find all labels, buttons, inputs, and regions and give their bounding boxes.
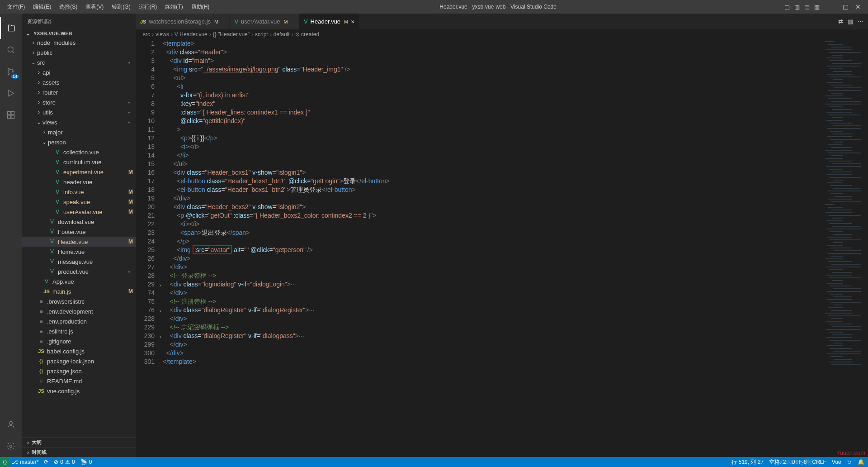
folder-item[interactable]: ›utils●	[22, 107, 136, 117]
file-item[interactable]: Vheader.vue	[22, 177, 136, 187]
folder-item[interactable]: ⌄views●	[22, 117, 136, 127]
port-forward[interactable]: 📡 0	[80, 459, 92, 465]
title-bar: 文件(F) 编辑(E) 选择(S) 查看(V) 转到(G) 运行(R) 终端(T…	[0, 0, 868, 14]
indentation[interactable]: 空格: 2	[769, 458, 786, 466]
settings-icon[interactable]	[0, 435, 22, 457]
notifications-icon[interactable]: 🔔	[858, 459, 864, 465]
breadcrumbs[interactable]: src›views›V Header.vue›{} "Header.vue"› …	[136, 29, 868, 39]
breadcrumb-item[interactable]: {} "Header.vue"	[213, 31, 250, 38]
tree-label: babel.config.js	[47, 348, 132, 355]
file-item[interactable]: Vproduct.vue●	[22, 267, 136, 276]
split-editor-icon[interactable]: ▥	[848, 18, 853, 25]
close-icon[interactable]: ×	[351, 18, 354, 25]
sync-icon[interactable]: ⟳	[44, 459, 48, 465]
minimap[interactable]	[823, 39, 868, 457]
menu-select[interactable]: 选择(S)	[56, 1, 81, 13]
file-item[interactable]: Vinfo.vueM	[22, 187, 136, 197]
file-item[interactable]: ≡.env.production	[22, 316, 136, 326]
file-item[interactable]: VHeader.vueM	[22, 237, 136, 247]
file-item[interactable]: JSbabel.config.js	[22, 346, 136, 356]
remote-indicator[interactable]: ⟨⟩	[0, 457, 10, 467]
editor-tab[interactable]: VHeader.vueM×	[299, 14, 360, 29]
file-item[interactable]: Vcurriculum.vue	[22, 157, 136, 167]
menu-help[interactable]: 帮助(H)	[188, 1, 213, 13]
file-item[interactable]: {}package-lock.json	[22, 356, 136, 366]
menu-edit[interactable]: 编辑(E)	[29, 1, 55, 13]
eol[interactable]: CRLF	[812, 459, 826, 465]
fold-icon[interactable]: ›	[160, 333, 161, 341]
outline-panel[interactable]: › 大纲	[22, 437, 136, 447]
file-item[interactable]: VApp.vue	[22, 276, 136, 286]
folder-item[interactable]: ›public	[22, 48, 136, 57]
toggle-secondary-side-icon[interactable]: ▤	[803, 3, 811, 11]
folder-item[interactable]: ›assets	[22, 77, 136, 87]
customize-layout-icon[interactable]: ▦	[813, 3, 821, 11]
breadcrumb-item[interactable]: V Header.vue	[175, 31, 208, 38]
menu-terminal[interactable]: 终端(T)	[161, 1, 186, 13]
maximize-icon[interactable]: ▢	[839, 1, 852, 12]
menu-view[interactable]: 查看(V)	[82, 1, 107, 13]
git-branch[interactable]: ⎇ master*	[12, 459, 38, 465]
file-item[interactable]: VHome.vue	[22, 247, 136, 257]
breadcrumb-item[interactable]: views	[156, 31, 169, 38]
toggle-panel-icon[interactable]: ▥	[793, 3, 801, 11]
folder-item[interactable]: ⌄src●	[22, 57, 136, 67]
problems[interactable]: ⊘ 0 ⚠ 0	[54, 459, 75, 465]
explorer-icon[interactable]	[0, 17, 22, 39]
toggle-primary-side-icon[interactable]: ▢	[783, 3, 791, 11]
breadcrumb-item[interactable]: src	[143, 31, 150, 38]
timeline-panel[interactable]: › 时间线	[22, 447, 136, 457]
accounts-icon[interactable]	[0, 414, 22, 435]
cursor-position[interactable]: 行 519, 列 27	[731, 458, 764, 466]
file-item[interactable]: VFooter.vue	[22, 227, 136, 237]
feedback-icon[interactable]: ☺	[847, 459, 852, 465]
file-tree[interactable]: ›node_modules›public⌄src●›api›assets›rou…	[22, 38, 136, 437]
extensions-icon[interactable]	[0, 104, 22, 126]
minimize-icon[interactable]: ─	[826, 1, 839, 12]
fold-icon[interactable]: ›	[160, 307, 161, 315]
file-item[interactable]: JSvue.config.js	[22, 386, 136, 396]
more-actions-icon[interactable]: ⋯	[858, 18, 863, 25]
compare-changes-icon[interactable]: ⇄	[838, 18, 843, 25]
project-root[interactable]: ⌄ YXSB-VUE-WEB	[22, 29, 136, 38]
file-item[interactable]: ≡.browserslistrc	[22, 296, 136, 306]
file-item[interactable]: Vexperiment.vueM	[22, 167, 136, 177]
menu-go[interactable]: 转到(G)	[108, 1, 134, 13]
folder-item[interactable]: ›router	[22, 87, 136, 97]
run-debug-icon[interactable]	[0, 82, 22, 104]
search-icon[interactable]	[0, 39, 22, 61]
source-control-icon[interactable]: 14	[0, 61, 22, 82]
breadcrumb-item[interactable]: script	[255, 31, 268, 38]
file-item[interactable]: Vspeak.vueM	[22, 197, 136, 207]
file-item[interactable]: Vmessage.vue	[22, 257, 136, 267]
editor-area: JSwatchsessionStorage.jsM×VuserAvatar.vu…	[136, 14, 868, 457]
sidebar-more-icon[interactable]: ⋯	[125, 19, 130, 24]
editor-tabs: JSwatchsessionStorage.jsM×VuserAvatar.vu…	[136, 14, 868, 29]
menu-run[interactable]: 运行(R)	[135, 1, 161, 13]
encoding[interactable]: UTF-8	[791, 459, 807, 465]
file-item[interactable]: ≡.eslintrc.js	[22, 326, 136, 336]
file-item[interactable]: Vdownload.vue	[22, 217, 136, 227]
fold-icon[interactable]: ›	[160, 281, 161, 290]
file-item[interactable]: ≡README.md	[22, 376, 136, 386]
folder-item[interactable]: ›store●	[22, 97, 136, 107]
editor-tab[interactable]: JSwatchsessionStorage.jsM×	[136, 14, 230, 29]
folder-item[interactable]: ›major	[22, 127, 136, 137]
breadcrumb-item[interactable]: default	[274, 31, 290, 38]
file-item[interactable]: ≡.env.development	[22, 306, 136, 316]
close-icon[interactable]: ✕	[852, 1, 864, 12]
editor-tab[interactable]: VuserAvatar.vueM×	[230, 14, 299, 29]
svg-point-2	[8, 68, 9, 70]
menu-file[interactable]: 文件(F)	[4, 1, 28, 13]
folder-item[interactable]: ⌄person	[22, 137, 136, 147]
code-view[interactable]: <template> <div class="Header"> <div id=…	[163, 39, 823, 457]
folder-item[interactable]: ›node_modules	[22, 38, 136, 48]
breadcrumb-item[interactable]: ⊙ created	[295, 31, 319, 38]
file-item[interactable]: ≡.gitignore	[22, 336, 136, 346]
folder-item[interactable]: ›api	[22, 67, 136, 77]
file-item[interactable]: JSmain.jsM	[22, 286, 136, 296]
file-item[interactable]: {}package.json	[22, 366, 136, 376]
file-item[interactable]: Vcollection.vue	[22, 147, 136, 157]
language-mode[interactable]: Vue	[832, 459, 841, 465]
file-item[interactable]: VuserAvatar.vueM	[22, 207, 136, 217]
